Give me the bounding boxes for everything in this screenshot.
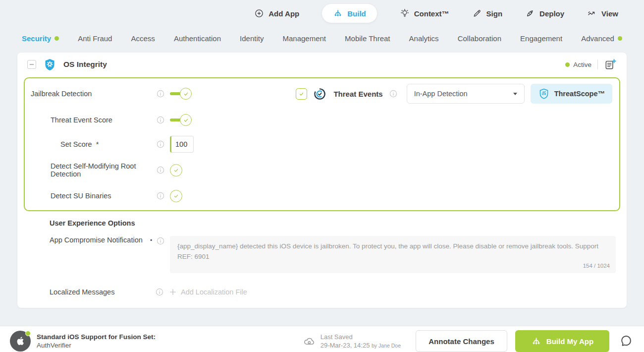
threatscope-button[interactable]: ThreatScope™: [531, 84, 612, 104]
nav-build[interactable]: Build: [322, 4, 377, 23]
threat-events-label: Threat Events: [333, 90, 382, 98]
nav-add-app[interactable]: Add App: [254, 8, 299, 18]
jailbreak-detection-row: Jailbreak Detection: [25, 80, 619, 107]
tab-label: Management: [282, 34, 326, 43]
localized-messages-label: Localized Messages: [50, 288, 155, 296]
fusion-set-title: Standard iOS Support for Fusion Set:: [37, 333, 156, 341]
chat-bubble-icon[interactable]: [619, 334, 633, 348]
last-saved-date: 29-Mar-23, 14:25: [321, 342, 370, 349]
tab-mobile-threat[interactable]: Mobile Threat: [345, 34, 390, 43]
last-saved-text: Last Saved 29-Mar-23, 14:25 by Jane Doe: [321, 333, 401, 350]
info-icon[interactable]: [389, 89, 398, 98]
threatscope-shield-icon: [538, 88, 550, 100]
tab-label: Advanced: [581, 34, 614, 43]
nav-label: Build: [347, 9, 366, 18]
fusion-set-info: Standard iOS Support for Fusion Set: Aut…: [10, 331, 303, 352]
set-score-input[interactable]: [170, 136, 194, 153]
last-saved: Last Saved 29-Mar-23, 14:25 by Jane Doe: [303, 333, 401, 350]
panel-header-right: Active: [565, 58, 617, 71]
nav-sign[interactable]: Sign: [472, 8, 503, 18]
tab-label: Authentication: [174, 34, 221, 43]
panel-title: OS Integrity: [63, 60, 107, 69]
status-dot: [25, 331, 31, 336]
nav-label: Deploy: [539, 9, 564, 18]
info-icon[interactable]: [156, 191, 165, 200]
info-icon[interactable]: [156, 140, 165, 149]
detect-self-modifying-label: Detect Self-Modifying Root Detection: [51, 162, 150, 178]
status-badge: Active: [565, 61, 591, 68]
char-count: 154 / 1024: [583, 262, 610, 271]
threat-events-icon: [313, 87, 326, 101]
pen-icon: [472, 8, 482, 18]
rocket-icon: [525, 8, 535, 18]
tab-advanced[interactable]: Advanced: [581, 34, 622, 43]
annotate-changes-button[interactable]: Annotate Changes: [416, 330, 507, 352]
app-compromise-message-field[interactable]: {app_display_name} detected this iOS dev…: [170, 236, 616, 273]
detect-su-binaries-row: Detect SU Binaries: [25, 184, 619, 207]
add-app-icon: [254, 8, 264, 18]
collapse-checkbox[interactable]: [27, 60, 36, 69]
add-localization-file-button[interactable]: Add Localization File: [169, 288, 247, 296]
cloud-saved-icon: [303, 335, 316, 348]
nav-context[interactable]: Context™: [400, 8, 449, 18]
toggle-knob: [180, 114, 192, 126]
set-score-label: Set Score *: [60, 140, 156, 148]
detect-su-binaries-check[interactable]: [170, 190, 182, 202]
threat-event-score-row: Threat Event Score: [25, 107, 619, 133]
detect-su-binaries-label: Detect SU Binaries: [51, 192, 156, 200]
dropdown-value: In-App Detection: [414, 90, 468, 98]
category-tabs: Security Anti Fraud Access Authenticatio…: [0, 27, 644, 50]
fusion-set-name: AuthVerifier: [37, 342, 156, 349]
last-saved-value: 29-Mar-23, 14:25 by Jane Doe: [321, 341, 401, 350]
chevron-down-icon: [513, 93, 517, 95]
info-icon[interactable]: [156, 236, 165, 245]
os-integrity-panel: OS Integrity Active Jailbre: [17, 53, 627, 308]
tab-label: Collaboration: [458, 34, 501, 43]
nav-label: Context™: [414, 9, 449, 18]
shield-gear-icon: [43, 58, 56, 71]
fusion-set-text: Standard iOS Support for Fusion Set: Aut…: [37, 333, 156, 349]
divider: [597, 59, 598, 69]
tab-identity[interactable]: Identity: [240, 34, 264, 43]
nav-deploy[interactable]: Deploy: [525, 8, 564, 18]
active-dot: [618, 36, 622, 41]
detect-self-modifying-row: Detect Self-Modifying Root Detection: [25, 156, 619, 184]
nav-view[interactable]: View: [587, 8, 618, 18]
lightbulb-icon: [400, 8, 410, 18]
status-dot: [565, 62, 570, 67]
detect-self-modifying-check[interactable]: [170, 164, 182, 176]
add-note-icon[interactable]: [604, 58, 617, 71]
tab-analytics[interactable]: Analytics: [409, 34, 439, 43]
build-my-app-button[interactable]: Build My App: [515, 330, 609, 352]
nav-label: Sign: [486, 9, 503, 18]
status-label: Active: [573, 61, 591, 68]
build-icon: [333, 8, 343, 18]
threat-events-checkbox[interactable]: [296, 88, 307, 100]
threat-event-score-label: Threat Event Score: [51, 116, 156, 124]
threat-event-score-toggle[interactable]: [170, 114, 192, 126]
tab-access[interactable]: Access: [131, 34, 155, 43]
app-compromise-row: App Compromise Notification • {app_displ…: [50, 236, 627, 273]
user-experience-options-heading: User Experience Options: [50, 219, 627, 229]
set-score-text: Set Score: [60, 140, 92, 148]
info-icon[interactable]: [156, 89, 165, 98]
tab-security[interactable]: Security: [22, 34, 59, 43]
tab-anti-fraud[interactable]: Anti Fraud: [78, 34, 112, 43]
tab-collaboration[interactable]: Collaboration: [458, 34, 501, 43]
info-icon[interactable]: [156, 166, 165, 175]
toggle-knob: [180, 88, 192, 100]
tab-label: Anti Fraud: [78, 34, 112, 43]
tab-management[interactable]: Management: [282, 34, 326, 43]
main-content: OS Integrity Active Jailbre: [0, 50, 644, 308]
jailbreak-detection-toggle[interactable]: [170, 88, 192, 100]
tab-engagement[interactable]: Engagement: [520, 34, 562, 43]
nav-label: Add App: [268, 9, 299, 18]
info-icon[interactable]: [155, 288, 164, 296]
required-asterisk: *: [96, 140, 99, 148]
tab-authentication[interactable]: Authentication: [174, 34, 221, 43]
tab-label: Security: [22, 34, 51, 43]
info-icon[interactable]: [156, 116, 165, 124]
message-text: {app_display_name} detected this iOS dev…: [177, 242, 598, 260]
tab-label: Mobile Threat: [345, 34, 390, 43]
threat-events-mode-dropdown[interactable]: In-App Detection: [407, 84, 525, 104]
